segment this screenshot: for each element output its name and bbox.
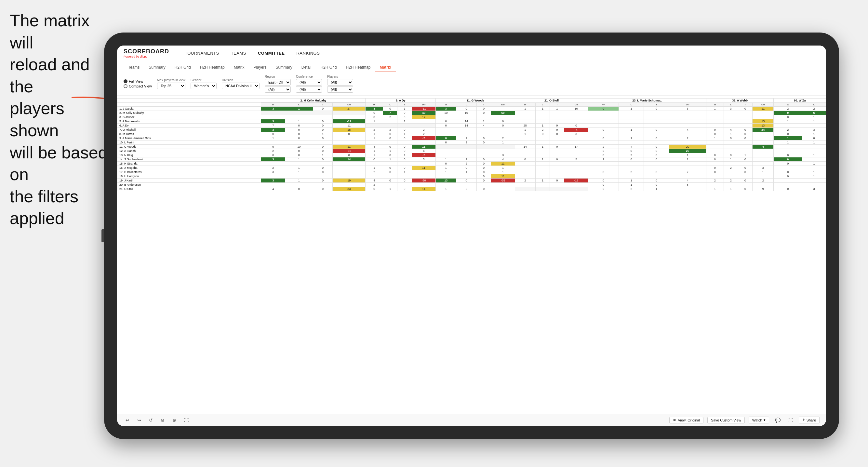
nav-items: TOURNAMENTS TEAMS COMMITTEE RANKINGS xyxy=(179,49,326,58)
table-row: 3. S Jelinek 02017 01 xyxy=(117,115,826,119)
matrix-table: 2. M Kelly Mulcahy 6. A Dy 11. G Woods 2… xyxy=(117,98,826,191)
table-row: 11. G Woods 010011 40011 141017 24020 4 xyxy=(117,145,826,149)
logo-area: SCOREBOARD Powered by clippd xyxy=(124,48,169,58)
share-icon: ⇧ xyxy=(802,418,805,422)
table-row: 12. A Bianchi 200-16 1104 20025 xyxy=(117,149,826,153)
region-select[interactable]: East - DII xyxy=(265,79,291,86)
conference-select[interactable]: (All) xyxy=(296,79,322,86)
table-row: 8. M Torres 0010 1012 1003 010 01 xyxy=(117,132,826,136)
nav-committee[interactable]: COMMITTEE xyxy=(252,49,291,58)
subnav: Teams Summary H2H Grid H2H Heatmap Matri… xyxy=(117,61,826,72)
table-row: 20. E Andersson 2 0108 xyxy=(117,183,826,187)
gender-select[interactable]: Women's xyxy=(191,83,217,89)
subnav-teams[interactable]: Teams xyxy=(124,63,144,72)
fit-button[interactable]: ⛶ xyxy=(182,416,191,424)
table-row: 10. L Perini 0201 11 xyxy=(117,141,826,145)
view-original-button[interactable]: 👁 View: Original xyxy=(669,417,704,424)
subnav-h2h-grid[interactable]: H2H Grid xyxy=(170,63,195,72)
logo-subtitle: Powered by clippd xyxy=(124,55,169,58)
annotation-text: The matrix will reload and the players s… xyxy=(10,10,114,229)
subnav-summary2[interactable]: Summary xyxy=(271,63,297,72)
table-row: 19. J Karth 31019 400-20 1300-35 210-18 … xyxy=(117,179,826,183)
chevron-down-icon: ▾ xyxy=(764,418,766,422)
save-custom-view-button[interactable]: Save Custom View xyxy=(707,417,745,424)
navbar: SCOREBOARD Powered by clippd TOURNAMENTS… xyxy=(117,45,826,61)
expand-button[interactable]: ⛶ xyxy=(786,416,795,424)
matrix-area[interactable]: 2. M Kelly Mulcahy 6. A Dy 11. G Woods 2… xyxy=(117,96,826,414)
subnav-summary[interactable]: Summary xyxy=(144,63,170,72)
refresh-button[interactable]: ↺ xyxy=(147,416,155,424)
bottom-toolbar: ↩ ↪ ↺ ⊖ ⊕ ⛶ 👁 View: Original Save Custom… xyxy=(117,414,826,426)
compact-view-radio[interactable] xyxy=(124,84,127,88)
subnav-h2h-heatmap[interactable]: H2H Heatmap xyxy=(195,63,229,72)
watch-button[interactable]: Watch ▾ xyxy=(749,416,769,424)
division-select[interactable]: NCAA Division II xyxy=(222,83,259,89)
players-filter: Players (All) (All) xyxy=(327,75,353,93)
max-players-filter: Max players in view Top 25 xyxy=(157,79,185,89)
full-view-radio[interactable] xyxy=(124,80,127,83)
nav-teams[interactable]: TEAMS xyxy=(225,49,252,58)
gender-filter: Gender Women's xyxy=(191,79,217,89)
subnav-players[interactable]: Players xyxy=(249,63,271,72)
redo-button[interactable]: ↪ xyxy=(135,416,143,424)
col-header-1: 2. M Kelly Mulcahy xyxy=(261,98,366,103)
undo-button[interactable]: ↩ xyxy=(124,416,131,424)
table-row: 17. D Ballesteros 310 201 1101 0207 001 … xyxy=(117,170,826,174)
table-row: 21. O Stoll 40033 01014 120 221 1109 03 xyxy=(117,187,826,191)
subnav-h2h-heatmap2[interactable]: H2H Heatmap xyxy=(341,63,375,72)
col-header-3: 11. G Woods xyxy=(436,98,515,103)
max-players-select[interactable]: Top 25 xyxy=(157,83,185,89)
zoom-out-button[interactable]: ⊖ xyxy=(159,416,166,424)
tablet-side-button xyxy=(101,229,104,242)
filters-row: Full View Compact View Max players in vi… xyxy=(117,72,826,96)
view-icon: 👁 xyxy=(673,418,677,422)
col-header-5: 23. L Marie Schumac. xyxy=(588,98,706,103)
table-row: 2. M Kelly Mulcahy 07040 1010050 06 xyxy=(117,111,826,115)
players-sub-select[interactable]: (All) xyxy=(327,86,353,93)
logo-title: SCOREBOARD xyxy=(124,48,169,55)
nav-rankings[interactable]: RANKINGS xyxy=(290,49,326,58)
view-options: Full View Compact View xyxy=(124,80,152,88)
subnav-detail[interactable]: Detail xyxy=(297,63,316,72)
subnav-matrix[interactable]: Matrix xyxy=(229,63,249,72)
col-header-2: 6. A Dy xyxy=(366,98,436,103)
table-row: 7. O Mitchell 30018 2202 120-4 0104 0402… xyxy=(117,128,826,132)
table-row: 15. H Stranda 02011 01 xyxy=(117,162,826,166)
subnav-h2h-grid2[interactable]: H2H Grid xyxy=(316,63,341,72)
division-filter: Division NCAA Division II xyxy=(222,79,259,89)
tablet-device: SCOREBOARD Powered by clippd TOURNAMENTS… xyxy=(104,33,839,439)
region-filter: Region East - DII (All) xyxy=(265,75,291,93)
full-view-option[interactable]: Full View xyxy=(124,80,152,83)
tablet-screen: SCOREBOARD Powered by clippd TOURNAMENTS… xyxy=(117,45,826,426)
table-row: 18. H Hodgson 011 01 xyxy=(117,174,826,179)
subnav-matrix2[interactable]: Matrix xyxy=(375,63,396,72)
share-button[interactable]: ⇧ Share xyxy=(799,416,819,424)
col-header-4: 21. O Stoll xyxy=(515,98,588,103)
conference-sub-select[interactable]: (All) xyxy=(296,86,322,93)
table-row: 14. S Srichantamit 31014 0105 1204 0105 … xyxy=(117,157,826,162)
comment-button[interactable]: 💬 xyxy=(773,416,782,424)
conference-filter: Conference (All) (All) xyxy=(296,75,322,93)
table-row: 9. A Maria Jimenez Rios 100 100-7 0102 0… xyxy=(117,136,826,141)
table-row: 1. J Garcia 31027 301-11 300 11110 0106 … xyxy=(117,107,826,111)
table-row: 5. A Nomrowski 310-11 11 01410 13 11 xyxy=(117,119,826,124)
table-row: 6. A Dy 70011 01440 25190 13 xyxy=(117,124,826,128)
nav-tournaments[interactable]: TOURNAMENTS xyxy=(179,49,225,58)
compact-view-option[interactable]: Compact View xyxy=(124,84,152,88)
table-row: 16. X Mcgaha 210 10011 1001 0203 xyxy=(117,166,826,170)
table-row: 13. N Klug 0010 101-2 3 0201 001 01 xyxy=(117,153,826,157)
region-sub-select[interactable]: (All) xyxy=(265,86,291,93)
col-header-7: 60. W Za xyxy=(774,98,826,103)
players-select[interactable]: (All) xyxy=(327,79,353,86)
col-header-6: 38. A Webb xyxy=(706,98,773,103)
zoom-in-button[interactable]: ⊕ xyxy=(170,416,178,424)
